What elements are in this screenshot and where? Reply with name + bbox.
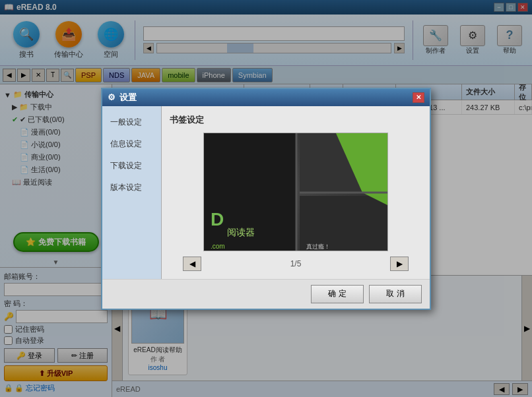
svg-text:真过瘾！: 真过瘾！	[306, 243, 330, 250]
menu-info-label: 信息设定	[110, 139, 142, 148]
modal-main-content: 书签设定	[162, 106, 430, 279]
bookmark-image: D 阅读器 .com 真过瘾！	[204, 133, 387, 251]
menu-general[interactable]: 一般设定	[102, 111, 161, 133]
cancel-btn-label: 取 消	[386, 288, 404, 299]
menu-version[interactable]: 版本设定	[102, 177, 161, 198]
confirm-button[interactable]: 确 定	[311, 285, 364, 303]
cancel-button[interactable]: 取 消	[369, 285, 422, 303]
menu-download-label: 下载设定	[110, 161, 142, 170]
svg-text:D: D	[211, 209, 224, 229]
bookmark-preview: D 阅读器 .com 真过瘾！	[203, 133, 388, 251]
menu-download[interactable]: 下载设定	[102, 155, 161, 177]
menu-version-label: 版本设定	[110, 183, 142, 192]
modal-close-button[interactable]: ✕	[413, 92, 424, 103]
bookmark-next-button[interactable]: ▶	[390, 257, 409, 271]
modal-menu: 一般设定 信息设定 下载设定 版本设定	[102, 106, 162, 279]
svg-text:阅读器: 阅读器	[227, 227, 255, 237]
modal-title-bar: ⚙ 设置 ✕	[102, 89, 430, 106]
confirm-btn-label: 确 定	[328, 288, 346, 299]
bookmark-svg: D 阅读器 .com 真过瘾！	[204, 133, 388, 251]
modal-footer: 确 定 取 消	[102, 279, 430, 309]
modal-title-icon: ⚙	[108, 92, 116, 102]
modal-nav: ◀ 1/5 ▶	[170, 257, 422, 271]
modal-section-title: 书签设定	[170, 114, 422, 126]
settings-modal: ⚙ 设置 ✕ 一般设定 信息设定 下载设定 版本设定	[101, 88, 431, 310]
svg-text:.com: .com	[211, 243, 225, 250]
menu-general-label: 一般设定	[110, 117, 142, 127]
page-indicator: 1/5	[290, 259, 302, 268]
modal-body: 一般设定 信息设定 下载设定 版本设定 书签设定	[102, 106, 430, 279]
modal-overlay[interactable]: ⚙ 设置 ✕ 一般设定 信息设定 下载设定 版本设定	[0, 0, 532, 397]
modal-title-text: 设置	[119, 92, 137, 104]
menu-info[interactable]: 信息设定	[102, 133, 161, 155]
modal-close-icon: ✕	[416, 94, 421, 101]
bookmark-prev-button[interactable]: ◀	[183, 257, 201, 271]
